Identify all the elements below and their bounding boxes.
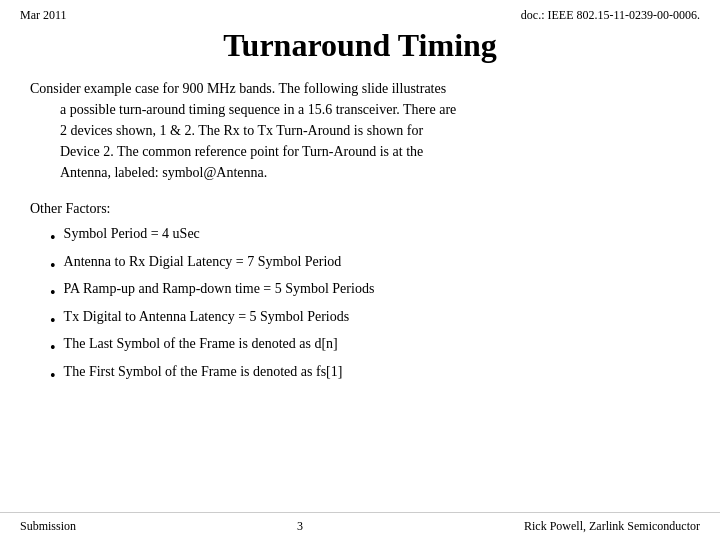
content-area: Consider example case for 900 MHz bands.…	[0, 74, 720, 389]
header-doc: doc.: IEEE 802.15-11-0239-00-0006.	[521, 8, 700, 23]
bullet-item-5: •The First Symbol of the Frame is denote…	[50, 361, 690, 389]
bullet-dot-1: •	[50, 253, 56, 279]
bullet-text-0: Symbol Period = 4 uSec	[64, 223, 200, 245]
para-line5: Antenna, labeled: symbol@Antenna.	[60, 162, 690, 183]
bullet-list: •Symbol Period = 4 uSec•Antenna to Rx Di…	[30, 223, 690, 389]
para-line4: Device 2. The common reference point for…	[60, 141, 690, 162]
para-line2: a possible turn-around timing sequence i…	[60, 99, 690, 120]
footer: Submission 3 Rick Powell, Zarlink Semico…	[0, 512, 720, 540]
bullet-item-3: •Tx Digital to Antenna Latency = 5 Symbo…	[50, 306, 690, 334]
bullet-dot-5: •	[50, 363, 56, 389]
bullet-item-0: •Symbol Period = 4 uSec	[50, 223, 690, 251]
bullet-item-2: •PA Ramp-up and Ramp-down time = 5 Symbo…	[50, 278, 690, 306]
slide-container: Mar 2011 doc.: IEEE 802.15-11-0239-00-00…	[0, 0, 720, 540]
bullet-dot-3: •	[50, 308, 56, 334]
bullet-item-4: •The Last Symbol of the Frame is denoted…	[50, 333, 690, 361]
slide-title: Turnaround Timing	[20, 27, 700, 64]
bullet-text-4: The Last Symbol of the Frame is denoted …	[64, 333, 338, 355]
bullet-dot-4: •	[50, 335, 56, 361]
bullet-dot-0: •	[50, 225, 56, 251]
footer-page: 3	[297, 519, 303, 534]
bullet-text-1: Antenna to Rx Digial Latency = 7 Symbol …	[64, 251, 342, 273]
other-factors-label: Other Factors:	[30, 201, 690, 217]
bullet-dot-2: •	[50, 280, 56, 306]
bullet-item-1: •Antenna to Rx Digial Latency = 7 Symbol…	[50, 251, 690, 279]
bullet-text-2: PA Ramp-up and Ramp-down time = 5 Symbol…	[64, 278, 375, 300]
para-line3: 2 devices shown, 1 & 2. The Rx to Tx Tur…	[60, 120, 690, 141]
header-date: Mar 2011	[20, 8, 67, 23]
header: Mar 2011 doc.: IEEE 802.15-11-0239-00-00…	[0, 0, 720, 23]
title-section: Turnaround Timing	[0, 23, 720, 74]
intro-paragraph: Consider example case for 900 MHz bands.…	[30, 78, 690, 183]
bullet-text-5: The First Symbol of the Frame is denoted…	[64, 361, 343, 383]
footer-author: Rick Powell, Zarlink Semiconductor	[524, 519, 700, 534]
para-line1: Consider example case for 900 MHz bands.…	[30, 81, 446, 96]
bullet-text-3: Tx Digital to Antenna Latency = 5 Symbol…	[64, 306, 350, 328]
footer-submission: Submission	[20, 519, 76, 534]
